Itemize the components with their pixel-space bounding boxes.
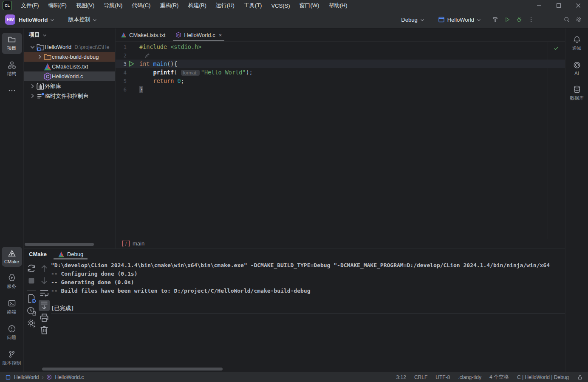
build-button[interactable] xyxy=(489,14,501,26)
up-the-stack-trace-button[interactable] xyxy=(39,263,50,274)
console-line: -- Build files have been written to: D:/… xyxy=(51,288,565,296)
down-the-stack-trace-button[interactable] xyxy=(39,275,50,286)
stripe-item-问题[interactable]: 问题 xyxy=(2,322,22,343)
more-actions-button[interactable] xyxy=(525,14,537,26)
close-tab-icon[interactable]: × xyxy=(219,32,222,38)
soft-wrap-button[interactable] xyxy=(39,288,50,299)
print-button[interactable] xyxy=(39,312,50,323)
menu-item[interactable]: 编辑(E) xyxy=(44,0,71,11)
status-line-ending[interactable]: CRLF xyxy=(414,374,427,380)
run-config-selector[interactable]: HelloWorld xyxy=(438,16,483,23)
menu-item[interactable]: 导航(N) xyxy=(99,0,127,11)
code-token xyxy=(150,60,153,67)
editor-tab-CMakeLists.txt[interactable]: CMakeLists.txt xyxy=(116,29,170,41)
tab-bar-more-icon[interactable] xyxy=(559,29,565,41)
show-history-button[interactable] xyxy=(26,305,37,316)
cmake-console-output[interactable]: "D:\develop\CLion 2024.1.4\bin\cmake\win… xyxy=(51,259,565,372)
settings-gear-button[interactable] xyxy=(26,318,37,329)
menu-item[interactable]: 窗口(W) xyxy=(295,0,324,11)
build-type-selector[interactable]: Debug xyxy=(401,16,427,23)
stripe-item-服务[interactable]: 服务 xyxy=(2,271,22,292)
tree-item-cmake-build-debug[interactable]: cmake-build-debug xyxy=(24,52,115,62)
breadcrumb-item-main[interactable]: main xyxy=(133,240,144,247)
scroll-to-end-button[interactable] xyxy=(39,300,50,311)
status-file[interactable]: HelloWorld.c xyxy=(55,374,84,380)
tree-item-CMakeLists.txt[interactable]: CMakeLists.txt xyxy=(24,62,115,71)
menu-item[interactable]: 代码(C) xyxy=(127,0,155,11)
minimize-button[interactable] xyxy=(529,0,549,11)
ai-icon xyxy=(573,61,581,69)
vcs-widget[interactable]: 版本控制 xyxy=(68,16,99,23)
stripe-item-label: 问题 xyxy=(7,334,17,341)
status-run-context[interactable]: C | HelloWorld | Debug xyxy=(517,374,569,380)
reload-cmake-button[interactable] xyxy=(26,263,37,274)
tree-chevron[interactable] xyxy=(36,53,43,60)
status-file-encoding[interactable]: UTF-8 xyxy=(435,374,450,380)
menu-item[interactable]: 运行(U) xyxy=(211,0,239,11)
status-project[interactable]: HelloWorld xyxy=(14,374,39,380)
stripe-item-终端[interactable]: 终端 xyxy=(2,296,22,318)
chevron-down-icon xyxy=(419,17,425,23)
status-caret-position[interactable]: 3:12 xyxy=(396,374,406,380)
stop-button[interactable] xyxy=(26,275,37,286)
run-line-icon[interactable] xyxy=(127,60,135,68)
unlock-icon[interactable] xyxy=(577,374,583,380)
stripe-item-通知[interactable]: 通知 xyxy=(567,33,587,54)
code-line[interactable]: 2 xyxy=(116,51,565,60)
stripe-item-AI[interactable]: AI xyxy=(567,58,587,78)
code-token: <stdio.h> xyxy=(170,43,201,50)
tree-item-HelloWorld[interactable]: HelloWorldD:\project\C\He xyxy=(24,42,115,52)
console-horizontal-scrollbar[interactable] xyxy=(42,368,223,371)
menu-item[interactable]: 视图(V) xyxy=(71,0,99,11)
folder-orange-icon xyxy=(43,53,52,61)
tree-item-外部库[interactable]: 外部库 xyxy=(24,81,115,91)
menu-item[interactable]: 构建(B) xyxy=(183,0,211,11)
status-bar: HelloWorld › C HelloWorld.c 3:12CRLFUTF-… xyxy=(0,372,588,382)
run-config-label: HelloWorld xyxy=(447,17,474,23)
close-button[interactable] xyxy=(568,0,588,11)
stripe-item-结构[interactable]: 结构 xyxy=(2,58,22,80)
project-panel-header[interactable]: 项目 xyxy=(24,29,115,41)
tree-chevron[interactable] xyxy=(29,43,36,51)
code-editor[interactable]: 1#include <stdio.h>23int main(){4 printf… xyxy=(116,42,565,239)
tree-item-临时文件和控制台[interactable]: 临时文件和控制台 xyxy=(24,91,115,101)
menu-item[interactable]: 文件(F) xyxy=(16,0,44,11)
editor-tab-HelloWorld.c[interactable]: CHelloWorld.c× xyxy=(170,29,227,41)
tab-debug[interactable]: Debug xyxy=(52,249,89,259)
stripe-item-项目[interactable]: 项目 xyxy=(2,33,22,54)
stripe-item-label: 服务 xyxy=(7,283,17,290)
tree-item-HelloWorld.c[interactable]: CHelloWorld.c xyxy=(24,71,115,81)
menu-item[interactable]: 重构(R) xyxy=(155,0,183,11)
code-line[interactable]: 4 printf( format:"Hello World"); xyxy=(116,68,565,77)
search-everywhere-button[interactable] xyxy=(561,14,573,26)
console-line: [已完成] xyxy=(51,305,565,313)
debug-button[interactable] xyxy=(513,14,525,26)
tree-chevron[interactable] xyxy=(29,83,36,90)
code-text: int main(){ xyxy=(135,60,177,67)
main-toolbar: HW HelloWorld 版本控制 Debug HelloWorld xyxy=(0,11,588,29)
maximize-button[interactable] xyxy=(549,0,568,11)
menu-item[interactable]: 工具(T) xyxy=(239,0,267,11)
project-widget[interactable]: HelloWorld xyxy=(19,16,57,23)
code-line[interactable]: 5 return 0; xyxy=(116,77,565,85)
code-line[interactable]: 3int main(){ xyxy=(116,60,565,68)
settings-button[interactable] xyxy=(573,14,585,26)
cmake-file-icon xyxy=(43,63,52,71)
svg-text:C: C xyxy=(48,376,50,379)
project-horizontal-scrollbar[interactable] xyxy=(25,243,94,246)
stripe-item-more[interactable] xyxy=(2,84,22,97)
run-button[interactable] xyxy=(501,14,513,26)
menu-item[interactable]: 帮助(H) xyxy=(324,0,352,11)
status-clang-tidy-profile[interactable]: .clang-tidy xyxy=(458,374,481,380)
clear-all-button[interactable] xyxy=(39,325,50,336)
status-indent-style[interactable]: 4 个空格 xyxy=(489,373,509,381)
stripe-item-数据库[interactable]: 数据库 xyxy=(567,83,587,104)
open-cmake-settings-button[interactable] xyxy=(26,293,37,304)
code-line[interactable]: 6} xyxy=(116,85,565,94)
tree-chevron[interactable] xyxy=(29,92,36,100)
menu-item[interactable]: VCS(S) xyxy=(266,0,294,11)
module-icon xyxy=(5,374,11,380)
code-line[interactable]: 1#include <stdio.h> xyxy=(116,43,565,51)
stripe-item-CMake[interactable]: CMake xyxy=(2,247,22,267)
stripe-item-版本控制[interactable]: 版本控制 xyxy=(1,348,23,369)
